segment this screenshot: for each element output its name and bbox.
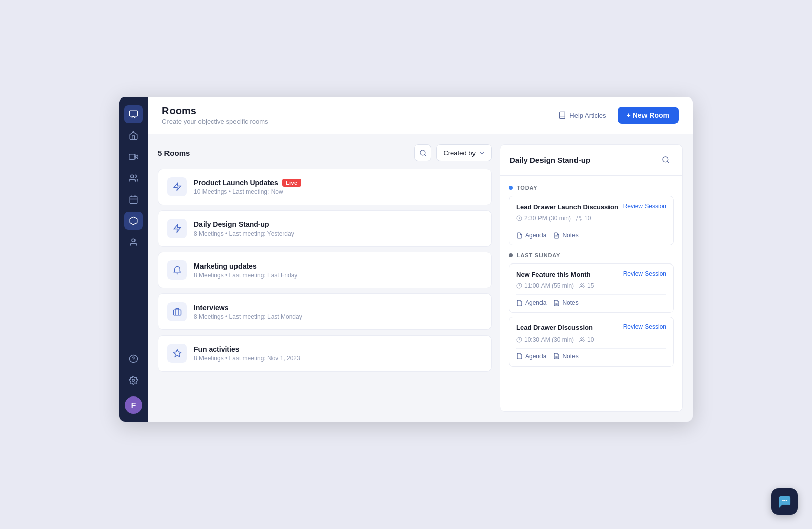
sidebar-icon-team[interactable]: [124, 169, 143, 187]
room-icon-4: [167, 302, 187, 321]
filter-button[interactable]: Created by: [436, 144, 492, 161]
room-meta-5: 8 Meetings • Last meeting: Nov 1, 2023: [194, 355, 482, 362]
svg-line-17: [667, 161, 669, 163]
review-session-link-3[interactable]: Review Session: [623, 323, 666, 330]
sidebar-icon-cube[interactable]: [124, 212, 143, 230]
notes-button-2[interactable]: Notes: [553, 299, 578, 306]
notes-label-1: Notes: [562, 232, 578, 239]
rooms-panel: 5 Rooms Created by: [158, 144, 492, 412]
agenda-button-3[interactable]: Agenda: [516, 353, 546, 360]
room-card-4[interactable]: Interviews 8 Meetings • Last meeting: La…: [158, 293, 492, 330]
detail-body: TODAY Lead Drawer Launch Discussion Revi…: [500, 176, 682, 411]
room-info-4: Interviews 8 Meetings • Last meeting: La…: [194, 304, 482, 320]
room-info-3: Marketing updates 8 Meetings • Last meet…: [194, 262, 482, 279]
meeting-time-2: 11:00 AM (55 min): [516, 282, 574, 289]
section-dot-today: [509, 186, 513, 190]
room-name-1: Product Launch Updates: [194, 179, 278, 187]
meeting-meta-2: 11:00 AM (55 min) 15: [516, 282, 666, 289]
svg-point-19: [578, 216, 580, 218]
new-room-button[interactable]: + New Room: [618, 107, 679, 124]
notes-button-1[interactable]: Notes: [553, 232, 578, 239]
sidebar-icon-monitor[interactable]: [124, 105, 143, 123]
room-icon-1: [167, 177, 187, 196]
svg-point-23: [581, 284, 583, 286]
notes-button-3[interactable]: Notes: [553, 353, 578, 360]
book-icon: [558, 111, 566, 119]
review-session-link-1[interactable]: Review Session: [623, 203, 666, 210]
svg-point-27: [581, 337, 583, 339]
agenda-button-2[interactable]: Agenda: [516, 299, 546, 306]
help-articles-button[interactable]: Help Articles: [553, 108, 611, 122]
detail-search-button[interactable]: [659, 153, 673, 167]
avatar-initial: F: [131, 401, 136, 409]
rooms-list: Product Launch Updates Live 10 Meetings …: [158, 169, 492, 372]
svg-point-11: [132, 379, 135, 382]
svg-line-13: [424, 154, 426, 156]
room-meta-2: 8 Meetings • Last meeting: Yesterday: [194, 230, 482, 237]
search-icon: [419, 149, 427, 157]
sidebar-icon-help[interactable]: [124, 350, 143, 368]
room-name-4: Interviews: [194, 304, 228, 312]
agenda-label-2: Agenda: [525, 299, 546, 306]
meeting-time-3: 10:30 AM (30 min): [516, 336, 574, 343]
meeting-card-1: Lead Drawer Launch Discussion Review Ses…: [509, 196, 674, 245]
svg-point-32: [786, 500, 787, 501]
meeting-card-3-header: Lead Drawer Discussion Review Session: [516, 323, 666, 333]
detail-panel: Daily Design Stand-up TODAY: [500, 144, 683, 412]
room-icon-5: [167, 344, 187, 363]
sidebar-icon-video[interactable]: [124, 148, 143, 166]
room-card-3[interactable]: Marketing updates 8 Meetings • Last meet…: [158, 252, 492, 288]
sidebar: F: [119, 97, 148, 422]
sidebar-icon-home[interactable]: [124, 126, 143, 145]
svg-point-16: [663, 157, 668, 162]
room-card-2[interactable]: Daily Design Stand-up 8 Meetings • Last …: [158, 210, 492, 247]
svg-point-3: [131, 175, 134, 178]
section-dot-sunday: [509, 253, 513, 257]
svg-point-30: [782, 500, 784, 501]
section-sunday-label: LAST SUNDAY: [509, 252, 674, 258]
user-avatar[interactable]: F: [125, 396, 142, 414]
svg-rect-0: [130, 111, 138, 116]
meeting-card-2-header: New Feature this Month Review Session: [516, 270, 666, 279]
meeting-card-2: New Feature this Month Review Session 11…: [509, 263, 674, 313]
meeting-time-1: 2:30 PM (30 min): [516, 215, 571, 222]
meeting-footer-1: Agenda Notes: [516, 227, 666, 239]
room-card-5[interactable]: Fun activities 8 Meetings • Last meeting…: [158, 335, 492, 372]
rooms-count: 5 Rooms: [158, 149, 190, 157]
main-content: Rooms Create your objective specific roo…: [148, 97, 693, 422]
chatway-badge[interactable]: [771, 488, 798, 515]
sidebar-icon-people[interactable]: [124, 233, 143, 251]
meeting-card-1-header: Lead Drawer Launch Discussion Review Ses…: [516, 203, 666, 212]
section-last-sunday: LAST SUNDAY New Feature this Month Revie…: [509, 252, 674, 366]
page-title: Rooms: [162, 105, 268, 117]
room-meta-4: 8 Meetings • Last meeting: Last Monday: [194, 313, 482, 320]
agenda-button-1[interactable]: Agenda: [516, 232, 546, 239]
section-today: TODAY Lead Drawer Launch Discussion Revi…: [509, 185, 674, 245]
rooms-toolbar: 5 Rooms Created by: [158, 144, 492, 161]
svg-rect-4: [130, 196, 137, 204]
chevron-down-icon: [479, 150, 485, 156]
review-session-link-2[interactable]: Review Session: [623, 270, 666, 277]
meeting-name-1: Lead Drawer Launch Discussion: [516, 203, 619, 212]
toolbar-right: Created by: [414, 144, 492, 161]
room-info-5: Fun activities 8 Meetings • Last meeting…: [194, 345, 482, 362]
room-name-5: Fun activities: [194, 345, 239, 353]
room-card-1[interactable]: Product Launch Updates Live 10 Meetings …: [158, 169, 492, 205]
meeting-footer-2: Agenda Notes: [516, 294, 666, 306]
room-info-1: Product Launch Updates Live 10 Meetings …: [194, 179, 482, 195]
room-meta-3: 8 Meetings • Last meeting: Last Friday: [194, 272, 482, 279]
header-actions: Help Articles + New Room: [553, 107, 679, 124]
chatway-icon: [777, 494, 792, 509]
meeting-card-3: Lead Drawer Discussion Review Session 10…: [509, 317, 674, 366]
meeting-attendees-3: 10: [579, 336, 594, 343]
sidebar-icon-settings[interactable]: [124, 371, 143, 389]
svg-marker-15: [174, 350, 181, 357]
svg-point-31: [784, 500, 786, 501]
sidebar-icon-calendar[interactable]: [124, 190, 143, 209]
meeting-meta-3: 10:30 AM (30 min) 10: [516, 336, 666, 343]
room-icon-2: [167, 219, 187, 238]
body-area: 5 Rooms Created by: [148, 134, 693, 422]
room-icon-3: [167, 260, 187, 280]
meeting-attendees-2: 15: [579, 282, 594, 289]
rooms-search-button[interactable]: [414, 144, 431, 161]
